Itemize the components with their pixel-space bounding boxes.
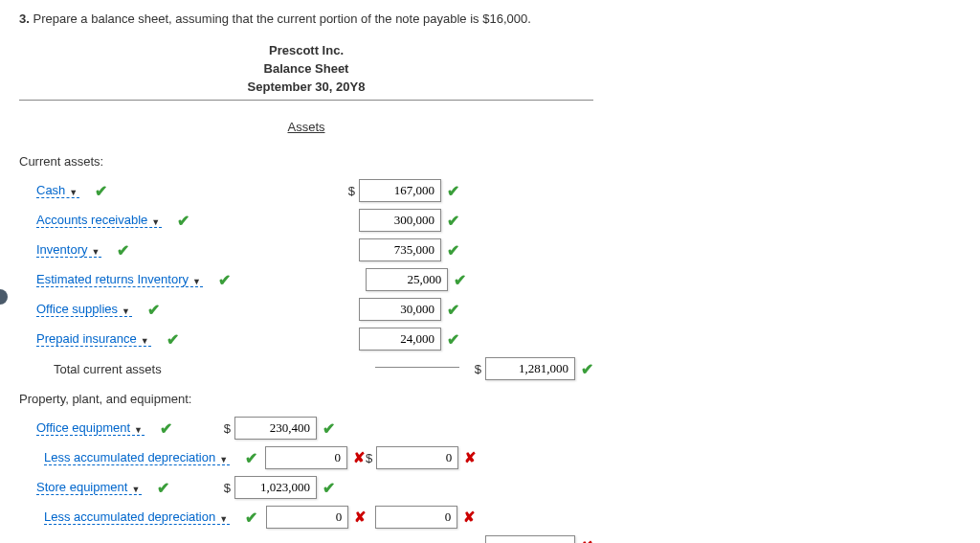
check-icon: ✔ bbox=[218, 271, 231, 289]
check-icon: ✔ bbox=[581, 360, 593, 378]
dropdown-label: Store equipment bbox=[36, 480, 127, 494]
chevron-down-icon: ▼ bbox=[141, 336, 149, 346]
chevron-down-icon: ▼ bbox=[219, 455, 228, 464]
inventory-dropdown[interactable]: Inventory ▼ bbox=[36, 242, 101, 258]
check-icon: ✔ bbox=[447, 182, 459, 200]
header-divider bbox=[19, 100, 593, 101]
check-icon: ✔ bbox=[157, 479, 169, 497]
dropdown-label: Less accumulated depreciation bbox=[44, 509, 215, 524]
assets-heading: Assets bbox=[19, 120, 593, 134]
check-icon: ✔ bbox=[160, 419, 172, 438]
chevron-down-icon: ▼ bbox=[192, 277, 201, 286]
total-ppe-label: Total property, plant, and equipment bbox=[19, 540, 260, 544]
chevron-down-icon: ▼ bbox=[134, 425, 143, 435]
current-assets-label: Current assets: bbox=[19, 154, 113, 169]
office-dep-amount1-input[interactable] bbox=[265, 446, 347, 469]
total-ppe-input[interactable] bbox=[485, 535, 575, 543]
inventory-amount-input[interactable] bbox=[359, 238, 441, 261]
ar-amount-input[interactable] bbox=[359, 209, 441, 232]
ar-dropdown[interactable]: Accounts receivable ▼ bbox=[36, 213, 162, 228]
chevron-down-icon: ▼ bbox=[131, 485, 140, 494]
check-icon: ✔ bbox=[167, 330, 179, 349]
chevron-down-icon: ▼ bbox=[91, 247, 100, 257]
x-icon: ✘ bbox=[464, 449, 477, 466]
question-prompt: 3. Prepare a balance sheet, assuming tha… bbox=[19, 11, 961, 26]
dropdown-label: Office equipment bbox=[36, 420, 130, 435]
dollar-sign: $ bbox=[348, 184, 355, 198]
check-icon: ✔ bbox=[447, 212, 459, 230]
office-eq-dropdown[interactable]: Office equipment ▼ bbox=[36, 420, 145, 436]
check-icon: ✔ bbox=[95, 182, 107, 200]
office-dep-dropdown[interactable]: Less accumulated depreciation ▼ bbox=[44, 450, 230, 465]
check-icon: ✔ bbox=[147, 301, 160, 319]
store-dep-dropdown[interactable]: Less accumulated depreciation ▼ bbox=[44, 509, 230, 525]
chevron-down-icon: ▼ bbox=[122, 306, 130, 316]
cash-amount-input[interactable] bbox=[359, 179, 441, 202]
company-name: Prescott Inc. bbox=[19, 41, 593, 59]
check-icon: ✔ bbox=[454, 271, 466, 289]
office-dep-amount2-input[interactable] bbox=[376, 446, 458, 469]
check-icon: ✔ bbox=[323, 419, 335, 438]
cash-dropdown[interactable]: Cash ▼ bbox=[36, 183, 79, 198]
total-current-input[interactable] bbox=[485, 357, 575, 380]
ppe-label: Property, plant, and equipment: bbox=[19, 392, 201, 406]
store-dep-amount2-input[interactable] bbox=[375, 506, 457, 529]
check-icon: ✔ bbox=[447, 241, 459, 260]
est-returns-dropdown[interactable]: Estimated returns Inventory ▼ bbox=[36, 272, 203, 287]
chevron-down-icon: ▼ bbox=[219, 514, 228, 524]
supplies-amount-input[interactable] bbox=[359, 298, 441, 321]
dropdown-label: Less accumulated depreciation bbox=[44, 450, 215, 464]
prepaid-dropdown[interactable]: Prepaid insurance ▼ bbox=[36, 331, 151, 347]
check-icon: ✔ bbox=[117, 241, 129, 260]
prepaid-amount-input[interactable] bbox=[359, 328, 441, 351]
office-eq-amount-input[interactable] bbox=[234, 417, 317, 440]
store-eq-amount-input[interactable] bbox=[234, 476, 317, 499]
dollar-sign: $ bbox=[366, 451, 372, 465]
x-icon: ✘ bbox=[463, 509, 476, 526]
question-number: 3. bbox=[19, 11, 30, 26]
check-icon: ✔ bbox=[447, 301, 459, 319]
dollar-sign: $ bbox=[475, 362, 481, 376]
supplies-dropdown[interactable]: Office supplies ▼ bbox=[36, 302, 132, 317]
check-icon: ✔ bbox=[245, 449, 257, 467]
store-eq-dropdown[interactable]: Store equipment ▼ bbox=[36, 480, 142, 495]
check-icon: ✔ bbox=[447, 330, 459, 349]
decorative-circle bbox=[0, 289, 8, 305]
balance-sheet: Prescott Inc. Balance Sheet September 30… bbox=[19, 41, 593, 543]
check-icon: ✔ bbox=[245, 509, 257, 527]
dropdown-label: Cash bbox=[36, 183, 65, 197]
sheet-date: September 30, 20Y8 bbox=[19, 78, 593, 96]
dollar-sign: $ bbox=[224, 421, 231, 436]
x-icon: ✘ bbox=[353, 449, 366, 466]
x-icon: ✘ bbox=[354, 509, 367, 526]
check-icon: ✔ bbox=[177, 212, 189, 230]
dropdown-label: Inventory bbox=[36, 242, 87, 257]
dropdown-label: Office supplies bbox=[36, 302, 118, 316]
est-returns-amount-input[interactable] bbox=[366, 268, 448, 291]
total-current-label: Total current assets bbox=[19, 362, 171, 376]
store-dep-amount1-input[interactable] bbox=[266, 506, 348, 529]
dollar-sign: $ bbox=[224, 481, 231, 495]
dropdown-label: Estimated returns Inventory bbox=[36, 272, 189, 286]
dropdown-label: Accounts receivable bbox=[36, 213, 147, 227]
chevron-down-icon: ▼ bbox=[151, 217, 160, 227]
chevron-down-icon: ▼ bbox=[69, 188, 78, 197]
check-icon: ✔ bbox=[323, 479, 335, 497]
dropdown-label: Prepaid insurance bbox=[36, 331, 137, 346]
x-icon: ✘ bbox=[581, 538, 593, 543]
question-text: Prepare a balance sheet, assuming that t… bbox=[33, 11, 530, 26]
sheet-title: Balance Sheet bbox=[19, 59, 593, 78]
